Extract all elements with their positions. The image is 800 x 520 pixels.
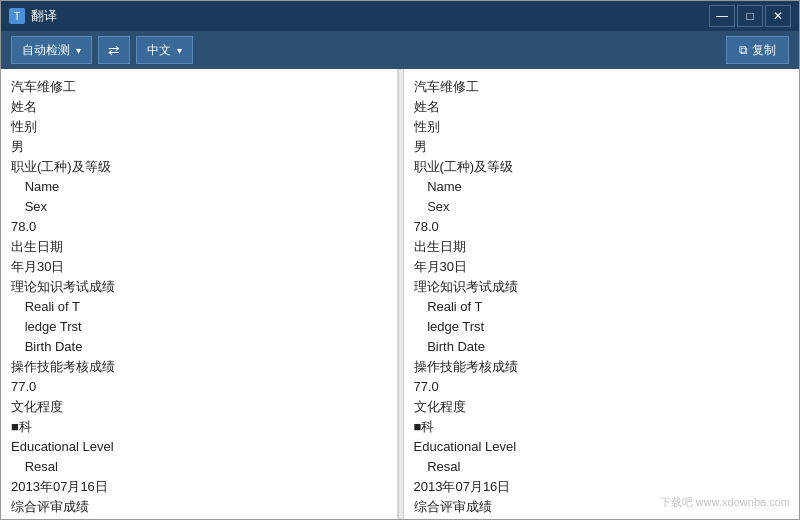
list-item: 出生日期 (11, 237, 387, 257)
list-item: ledge Trst (414, 317, 790, 337)
list-item: 2013年07月16日 (11, 477, 387, 497)
list-item: 操作技能考核成绩 (414, 357, 790, 377)
list-item: 男 (414, 137, 790, 157)
title-bar: T 翻译 — □ ✕ (1, 1, 799, 31)
source-lang-group: 自动检测 ▾ (11, 36, 92, 64)
list-item: 男 (11, 137, 387, 157)
list-item: 78.0 (414, 217, 790, 237)
list-item: Resal (11, 457, 387, 477)
list-item: 合格 (414, 517, 790, 519)
list-item: 姓名 (414, 97, 790, 117)
list-item: 性别 (11, 117, 387, 137)
list-item: 理论知识考试成绩 (11, 277, 387, 297)
copy-button[interactable]: ⧉ 复制 (726, 36, 789, 64)
list-item: 姓名 (11, 97, 387, 117)
list-item: Reali of T (414, 297, 790, 317)
target-lang-label: 中文 (147, 42, 171, 59)
minimize-button[interactable]: — (709, 5, 735, 27)
copy-label: 复制 (752, 42, 776, 59)
toolbar: 自动检测 ▾ ⇄ 中文 ▾ ⧉ 复制 (1, 31, 799, 69)
list-item: Name (11, 177, 387, 197)
list-item: 出生日期 (414, 237, 790, 257)
copy-icon: ⧉ (739, 43, 748, 57)
list-item: 77.0 (11, 377, 387, 397)
source-text-panel[interactable]: 汽车维修工姓名性别男职业(工种)及等级 Name Sex78.0出生日期年月30… (1, 69, 398, 519)
list-item: Educational Level (414, 437, 790, 457)
target-lang-group: 中文 ▾ (136, 36, 193, 64)
app-icon: T (9, 8, 25, 24)
list-item: 综合评审成绩 (414, 497, 790, 517)
translated-text-panel[interactable]: 汽车维修工姓名性别男职业(工种)及等级 Name Sex78.0出生日期年月30… (404, 69, 800, 519)
maximize-button[interactable]: □ (737, 5, 763, 27)
list-item: Name (414, 177, 790, 197)
list-item: 77.0 (414, 377, 790, 397)
list-item: 文化程度 (11, 397, 387, 417)
source-lang-chevron: ▾ (76, 45, 81, 56)
window-title: 翻译 (31, 7, 57, 25)
list-item: 性别 (414, 117, 790, 137)
title-bar-left: T 翻译 (9, 7, 57, 25)
list-item: 78.0 (11, 217, 387, 237)
list-item: 综合评审成绩 (11, 497, 387, 517)
list-item: ■科 (11, 417, 387, 437)
main-window: T 翻译 — □ ✕ 自动检测 ▾ ⇄ 中文 ▾ ⧉ (0, 0, 800, 520)
list-item: Educational Level (11, 437, 387, 457)
window-controls: — □ ✕ (709, 5, 791, 27)
list-item: 合格 (11, 517, 387, 519)
swap-button[interactable]: ⇄ (98, 36, 130, 64)
list-item: 汽车维修工 (11, 77, 387, 97)
target-lang-button[interactable]: 中文 ▾ (136, 36, 193, 64)
list-item: ■科 (414, 417, 790, 437)
list-item: Resal (414, 457, 790, 477)
list-item: ledge Trst (11, 317, 387, 337)
content-area: 汽车维修工姓名性别男职业(工种)及等级 Name Sex78.0出生日期年月30… (1, 69, 799, 519)
close-button[interactable]: ✕ (765, 5, 791, 27)
list-item: 文化程度 (414, 397, 790, 417)
swap-icon: ⇄ (108, 42, 120, 58)
list-item: 年月30日 (11, 257, 387, 277)
list-item: 理论知识考试成绩 (414, 277, 790, 297)
list-item: 职业(工种)及等级 (11, 157, 387, 177)
source-lang-label: 自动检测 (22, 42, 70, 59)
list-item: 年月30日 (414, 257, 790, 277)
list-item: Birth Date (11, 337, 387, 357)
list-item: 操作技能考核成绩 (11, 357, 387, 377)
list-item: Sex (414, 197, 790, 217)
target-lang-chevron: ▾ (177, 45, 182, 56)
list-item: Birth Date (414, 337, 790, 357)
list-item: Reali of T (11, 297, 387, 317)
source-lang-button[interactable]: 自动检测 ▾ (11, 36, 92, 64)
list-item: 2013年07月16日 (414, 477, 790, 497)
list-item: Sex (11, 197, 387, 217)
list-item: 汽车维修工 (414, 77, 790, 97)
list-item: 职业(工种)及等级 (414, 157, 790, 177)
